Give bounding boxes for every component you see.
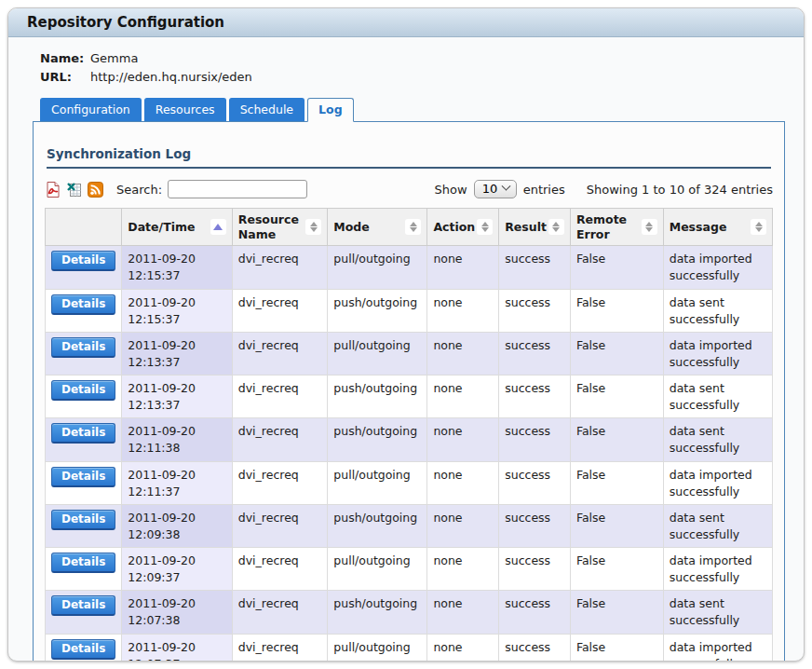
- cell-mode: pull/outgoing: [328, 246, 427, 289]
- cell-remote-error: False: [570, 591, 663, 634]
- cell-message: data imported successfully: [663, 461, 772, 504]
- cell-resource-name: dvi_recreq: [232, 332, 328, 375]
- cell-resource-name: dvi_recreq: [232, 634, 328, 662]
- sync-log-table: Date/Time Resource Name Mode Action: [45, 208, 773, 662]
- cell-mode: push/outgoing: [328, 504, 427, 547]
- sort-ascending-icon[interactable]: [210, 219, 226, 235]
- sort-both-icon[interactable]: [642, 219, 657, 235]
- cell-result: success: [499, 461, 571, 504]
- cell-resource-name: dvi_recreq: [232, 375, 328, 418]
- details-button[interactable]: Details: [51, 380, 115, 401]
- show-label: Show: [435, 183, 467, 197]
- cell-result: success: [499, 246, 571, 289]
- cell-datetime: 2011-09-20 12:09:38: [122, 504, 232, 547]
- cell-datetime: 2011-09-20 12:13:37: [122, 332, 232, 375]
- cell-message: data sent successfully: [663, 375, 772, 418]
- search-label: Search:: [116, 183, 162, 197]
- window-body: Name: Gemma URL: http://eden.hq.nursix/e…: [8, 37, 804, 662]
- cell-mode: pull/outgoing: [328, 548, 427, 591]
- table-row: Details2011-09-20 12:07:37dvi_recreqpull…: [46, 634, 773, 662]
- name-value: Gemma: [90, 51, 785, 65]
- details-button[interactable]: Details: [51, 467, 115, 487]
- cell-message: data imported successfully: [663, 634, 772, 662]
- column-header-datetime[interactable]: Date/Time: [122, 209, 232, 246]
- cell-actions: Details: [46, 634, 122, 662]
- cell-actions: Details: [46, 548, 122, 591]
- column-header-mode[interactable]: Mode: [328, 209, 427, 246]
- show-entries-select[interactable]: 10: [482, 182, 498, 196]
- cell-mode: push/outgoing: [328, 289, 427, 332]
- column-header-action[interactable]: Action: [427, 209, 499, 246]
- cell-result: success: [499, 418, 571, 461]
- search-input[interactable]: [168, 180, 307, 198]
- table-row: Details2011-09-20 12:15:37dvi_recreqpull…: [46, 246, 773, 289]
- table-row: Details2011-09-20 12:11:37dvi_recreqpull…: [46, 461, 773, 504]
- cell-actions: Details: [46, 246, 122, 289]
- url-value: http://eden.hq.nursix/eden: [90, 70, 785, 84]
- cell-result: success: [499, 548, 571, 591]
- column-header-resource-name[interactable]: Resource Name: [232, 209, 328, 246]
- cell-datetime: 2011-09-20 12:15:37: [122, 289, 232, 332]
- tab-log[interactable]: Log: [307, 98, 354, 122]
- cell-result: success: [499, 332, 571, 375]
- cell-result: success: [499, 504, 571, 547]
- details-button[interactable]: Details: [51, 510, 115, 530]
- details-button[interactable]: Details: [51, 337, 115, 358]
- sort-both-icon[interactable]: [548, 219, 564, 235]
- table-row: Details2011-09-20 12:13:37dvi_recreqpush…: [46, 375, 773, 418]
- cell-actions: Details: [46, 375, 122, 418]
- details-button[interactable]: Details: [51, 595, 115, 616]
- showing-entries-text: Showing 1 to 10 of 324 entries: [587, 183, 773, 197]
- sort-both-icon[interactable]: [305, 219, 321, 235]
- cell-mode: pull/outgoing: [328, 634, 427, 662]
- cell-actions: Details: [46, 289, 122, 332]
- cell-resource-name: dvi_recreq: [232, 461, 328, 504]
- column-header-remote-error[interactable]: Remote Error: [570, 209, 663, 246]
- cell-result: success: [499, 634, 571, 662]
- page-title: Repository Configuration: [27, 14, 224, 31]
- tab-resources[interactable]: Resources: [144, 98, 226, 121]
- cell-action: none: [427, 289, 499, 332]
- window-titlebar: Repository Configuration: [8, 8, 804, 37]
- details-button[interactable]: Details: [51, 294, 115, 315]
- table-row: Details2011-09-20 12:11:38dvi_recreqpush…: [46, 418, 773, 461]
- sort-both-icon[interactable]: [751, 219, 766, 235]
- sort-both-icon[interactable]: [405, 219, 421, 235]
- cell-message: data imported successfully: [663, 332, 772, 375]
- repository-details: Name: Gemma URL: http://eden.hq.nursix/e…: [40, 51, 785, 84]
- tab-schedule[interactable]: Schedule: [229, 98, 304, 121]
- log-tab-panel: Synchronization Log: [33, 121, 785, 662]
- cell-action: none: [427, 461, 499, 504]
- cell-remote-error: False: [570, 246, 663, 289]
- table-row: Details2011-09-20 12:15:37dvi_recreqpush…: [46, 289, 773, 332]
- cell-message: data sent successfully: [663, 504, 772, 547]
- column-header-message[interactable]: Message: [663, 209, 772, 246]
- column-header-result[interactable]: Result: [499, 209, 571, 246]
- cell-message: data sent successfully: [663, 591, 772, 634]
- table-row: Details2011-09-20 12:09:38dvi_recreqpush…: [46, 504, 773, 547]
- cell-datetime: 2011-09-20 12:07:37: [122, 634, 232, 662]
- cell-datetime: 2011-09-20 12:13:37: [122, 375, 232, 418]
- cell-action: none: [427, 634, 499, 662]
- details-button[interactable]: Details: [51, 553, 115, 573]
- xls-export-icon[interactable]: [66, 181, 83, 198]
- cell-action: none: [427, 332, 499, 375]
- url-label: URL:: [40, 70, 90, 84]
- cell-remote-error: False: [570, 332, 663, 375]
- details-button[interactable]: Details: [51, 423, 115, 444]
- details-button[interactable]: Details: [51, 639, 115, 660]
- rss-feed-icon[interactable]: [88, 182, 103, 198]
- cell-action: none: [427, 548, 499, 591]
- details-button[interactable]: Details: [51, 251, 115, 271]
- entries-label: entries: [523, 183, 565, 197]
- cell-remote-error: False: [570, 461, 663, 504]
- cell-action: none: [427, 591, 499, 634]
- table-row: Details2011-09-20 12:13:37dvi_recreqpull…: [46, 332, 773, 375]
- sort-both-icon[interactable]: [477, 219, 493, 235]
- table-row: Details2011-09-20 12:07:38dvi_recreqpush…: [46, 591, 773, 634]
- export-icons: [45, 181, 103, 198]
- cell-action: none: [427, 418, 499, 461]
- cell-action: none: [427, 504, 499, 547]
- pdf-export-icon[interactable]: [45, 181, 61, 198]
- tab-configuration[interactable]: Configuration: [40, 98, 142, 121]
